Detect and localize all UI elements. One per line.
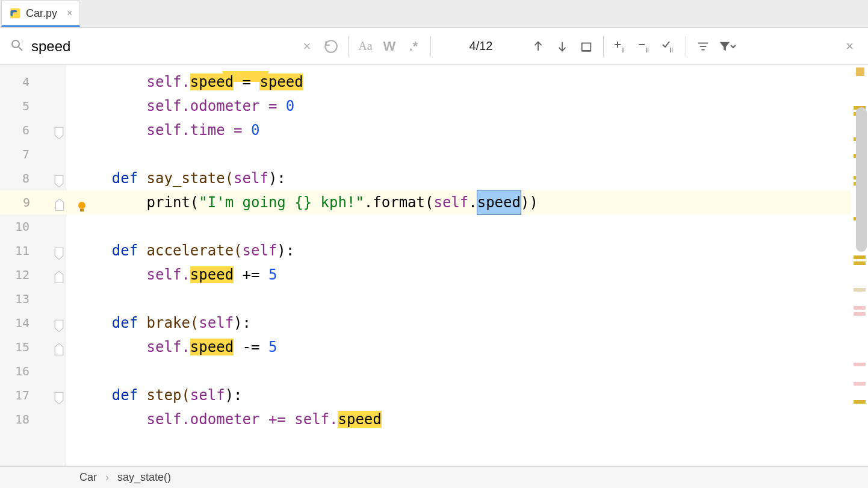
error-marker[interactable] xyxy=(854,312,866,316)
clear-search-icon[interactable]: × xyxy=(295,28,319,64)
code-line[interactable]: self.odometer += self.speed xyxy=(66,407,868,431)
scrollbar-thumb[interactable] xyxy=(856,107,867,252)
line-number: 4 xyxy=(0,70,66,94)
svg-rect-17 xyxy=(80,209,84,211)
fold-handle-icon[interactable] xyxy=(54,340,64,353)
search-input[interactable] xyxy=(30,37,295,55)
breadcrumb-method[interactable]: say_state() xyxy=(117,471,171,484)
svg-point-1 xyxy=(12,40,19,48)
separator xyxy=(686,36,686,57)
fold-handle-icon[interactable] xyxy=(54,171,64,184)
code-line[interactable]: self.speed = speed xyxy=(66,70,868,94)
python-file-icon xyxy=(9,7,21,19)
remove-selection-icon[interactable]: II xyxy=(633,28,657,64)
match-marker[interactable] xyxy=(854,400,866,404)
code-area[interactable]: self.speed = speed self.odometer = 0 sel… xyxy=(66,65,868,466)
select-all-occurrences-icon[interactable]: II xyxy=(657,28,681,64)
warning-marker[interactable] xyxy=(854,288,866,292)
line-number: 14 xyxy=(0,311,66,335)
code-line[interactable]: self.time = 0 xyxy=(66,118,868,142)
svg-point-16 xyxy=(78,202,85,209)
code-line[interactable] xyxy=(66,214,868,239)
breadcrumb-class[interactable]: Car xyxy=(79,471,97,484)
search-icon[interactable] xyxy=(10,38,24,54)
regex-toggle[interactable]: .* xyxy=(401,28,426,64)
code-line[interactable]: def brake(self): xyxy=(66,311,868,335)
add-selection-icon[interactable]: II xyxy=(609,28,633,64)
select-all-icon[interactable] xyxy=(574,28,598,64)
marker-stripe[interactable] xyxy=(851,65,868,466)
tab-close-icon[interactable]: × xyxy=(67,8,72,19)
analysis-marker-icon[interactable] xyxy=(856,67,864,76)
svg-text:II: II xyxy=(669,46,673,54)
code-line[interactable] xyxy=(66,359,868,383)
tab-bar: Car.py × xyxy=(0,0,868,28)
separator xyxy=(430,36,431,57)
svg-rect-5 xyxy=(582,43,591,51)
line-number: 8 xyxy=(0,166,66,190)
filter-search-icon[interactable] xyxy=(691,28,715,64)
fold-handle-icon[interactable] xyxy=(54,243,64,257)
fold-handle-icon[interactable] xyxy=(54,267,64,281)
error-marker[interactable] xyxy=(854,363,866,366)
fold-handle-icon[interactable] xyxy=(54,123,64,136)
line-number: 5 xyxy=(0,94,66,118)
prev-match-icon[interactable] xyxy=(526,28,550,64)
next-match-icon[interactable] xyxy=(550,28,574,64)
line-gutter: 4 5 6 7 8 9 10 11 12 13 14 15 16 17 18 xyxy=(0,65,66,466)
line-number: 9 xyxy=(0,190,66,214)
chevron-right-icon: › xyxy=(105,471,109,484)
line-number: 6 xyxy=(0,118,66,142)
line-number: 15 xyxy=(0,335,66,359)
match-case-toggle[interactable]: Aa xyxy=(353,28,377,64)
close-find-bar-icon[interactable]: × xyxy=(837,39,862,54)
code-line[interactable] xyxy=(66,287,868,311)
breadcrumbs: Car › say_state() xyxy=(0,466,868,488)
svg-text:II: II xyxy=(621,46,625,54)
fold-handle-icon[interactable] xyxy=(54,316,64,329)
code-line[interactable] xyxy=(66,142,868,166)
code-line[interactable]: def step(self): xyxy=(66,383,868,407)
code-line[interactable]: self.odometer = 0 xyxy=(66,94,868,118)
line-number: 17 xyxy=(0,383,66,407)
error-marker[interactable] xyxy=(854,382,866,386)
error-marker[interactable] xyxy=(854,306,866,310)
whole-words-toggle[interactable]: W xyxy=(377,28,401,64)
svg-text:II: II xyxy=(645,46,649,54)
line-number: 7 xyxy=(0,142,66,166)
fold-handle-icon[interactable] xyxy=(54,388,64,401)
tab-filename: Car.py xyxy=(26,7,57,20)
code-line[interactable]: self.speed += 5 xyxy=(66,263,868,287)
line-number: 16 xyxy=(0,359,66,383)
code-line[interactable]: self.speed -= 5 xyxy=(66,335,868,359)
match-marker[interactable] xyxy=(854,255,866,259)
code-line[interactable]: def accelerate(self): xyxy=(66,239,868,263)
match-marker[interactable] xyxy=(854,261,866,265)
match-count: 4/12 xyxy=(436,39,526,53)
search-history-icon[interactable] xyxy=(319,28,343,64)
find-bar: × Aa W .* 4/12 II II II × xyxy=(0,28,868,65)
svg-line-2 xyxy=(19,47,22,51)
code-editor[interactable]: 4 5 6 7 8 9 10 11 12 13 14 15 16 17 18 xyxy=(0,65,868,466)
current-match: speed xyxy=(477,190,521,215)
line-number: 10 xyxy=(0,214,66,239)
separator xyxy=(348,36,349,57)
file-tab-car[interactable]: Car.py × xyxy=(1,1,80,27)
line-number: 11 xyxy=(0,239,66,263)
filter-funnel-icon[interactable] xyxy=(715,28,739,64)
search-input-wrap xyxy=(30,28,295,64)
code-line-current[interactable]: print("I'm going {} kph!".format(self.sp… xyxy=(66,190,868,214)
line-number: 18 xyxy=(0,407,66,431)
code-line[interactable]: def say_state(self): xyxy=(66,166,868,190)
separator xyxy=(603,36,604,57)
line-number: 13 xyxy=(0,287,66,311)
intention-bulb-icon[interactable] xyxy=(76,196,88,208)
fold-handle-icon[interactable] xyxy=(54,195,65,208)
line-number: 12 xyxy=(0,263,66,287)
